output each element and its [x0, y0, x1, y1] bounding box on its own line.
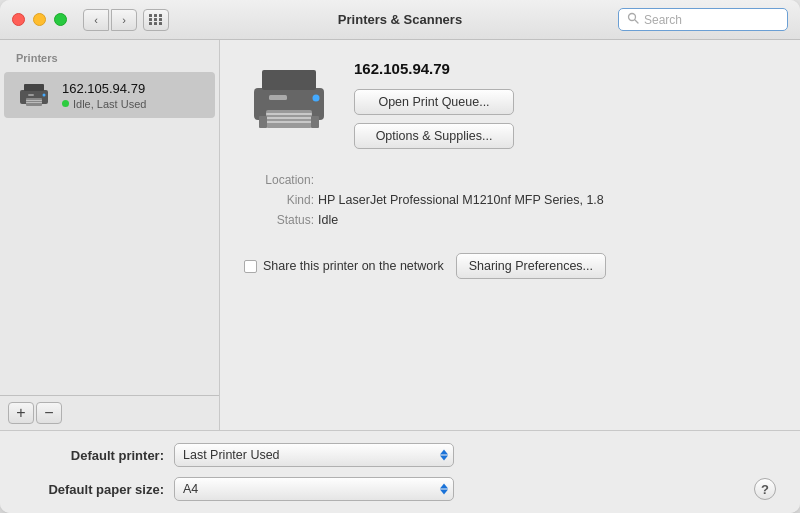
location-label: Location:	[244, 173, 314, 187]
svg-rect-14	[266, 113, 312, 115]
status-row: Status: Idle	[244, 213, 776, 227]
kind-label: Kind:	[244, 193, 314, 207]
printer-status: Idle, Last Used	[62, 98, 146, 110]
grid-view-button[interactable]	[143, 9, 169, 31]
svg-rect-8	[26, 102, 42, 103]
minimize-button[interactable]	[33, 13, 46, 26]
svg-rect-17	[259, 116, 267, 128]
default-printer-select[interactable]: Last Printer Used162.105.94.79	[174, 443, 454, 467]
grid-icon	[149, 14, 163, 25]
add-printer-button[interactable]: +	[8, 402, 34, 424]
options-supplies-button[interactable]: Options & Supplies...	[354, 123, 514, 149]
status-label: Status:	[244, 213, 314, 227]
default-paper-row: Default paper size: A4LetterLegalA3 ?	[24, 477, 776, 501]
sidebar-printer-item[interactable]: 162.105.94.79 Idle, Last Used	[4, 72, 215, 118]
svg-point-6	[43, 94, 46, 97]
default-paper-label: Default paper size:	[24, 482, 164, 497]
printer-icon-main	[244, 60, 334, 135]
printer-header: 162.105.94.79 Open Print Queue... Option…	[244, 60, 776, 149]
default-printer-select-wrapper: Last Printer Used162.105.94.79	[174, 443, 454, 467]
bottom-section: Default printer: Last Printer Used162.10…	[0, 430, 800, 513]
svg-rect-5	[28, 94, 34, 96]
svg-point-13	[313, 95, 320, 102]
sidebar: Printers 162.105.94.79 Idle, Last Used	[0, 40, 220, 430]
svg-rect-16	[266, 121, 312, 123]
printer-info-section: Location: Kind: HP LaserJet Professional…	[244, 173, 776, 227]
main-panel: 162.105.94.79 Open Print Queue... Option…	[220, 40, 800, 430]
help-button[interactable]: ?	[754, 478, 776, 500]
default-printer-label: Default printer:	[24, 448, 164, 463]
remove-printer-button[interactable]: −	[36, 402, 62, 424]
window-title: Printers & Scanners	[338, 12, 462, 27]
svg-rect-7	[26, 100, 42, 101]
kind-value: HP LaserJet Professional M1210nf MFP Ser…	[318, 193, 604, 207]
search-box[interactable]	[618, 8, 788, 31]
status-dot	[62, 100, 69, 107]
window-controls	[12, 13, 67, 26]
location-row: Location:	[244, 173, 776, 187]
close-button[interactable]	[12, 13, 25, 26]
printer-name: 162.105.94.79	[62, 81, 146, 96]
share-section: Share this printer on the network Sharin…	[244, 253, 776, 279]
sharing-preferences-button[interactable]: Sharing Preferences...	[456, 253, 606, 279]
svg-rect-3	[24, 84, 44, 91]
printer-details: 162.105.94.79 Open Print Queue... Option…	[354, 60, 514, 149]
status-value: Idle	[318, 213, 338, 227]
search-icon	[627, 12, 639, 27]
open-print-queue-button[interactable]: Open Print Queue...	[354, 89, 514, 115]
sidebar-section-title: Printers	[0, 52, 219, 72]
svg-rect-15	[266, 117, 312, 119]
printer-icon-small	[16, 80, 52, 110]
search-input[interactable]	[644, 13, 779, 27]
content-area: Printers 162.105.94.79 Idle, Last Used	[0, 40, 800, 430]
title-bar: ‹ › Printers & Scanners	[0, 0, 800, 40]
main-window: ‹ › Printers & Scanners Printers	[0, 0, 800, 513]
sidebar-bottom-controls: + −	[0, 395, 219, 430]
default-printer-row: Default printer: Last Printer Used162.10…	[24, 443, 776, 467]
share-checkbox-label: Share this printer on the network	[263, 259, 444, 273]
share-checkbox-area[interactable]: Share this printer on the network	[244, 259, 444, 273]
default-paper-select[interactable]: A4LetterLegalA3	[174, 477, 454, 501]
svg-point-0	[629, 14, 636, 21]
nav-buttons: ‹ ›	[83, 9, 137, 31]
svg-line-1	[635, 20, 638, 23]
printer-detail-name: 162.105.94.79	[354, 60, 514, 77]
svg-rect-18	[311, 116, 319, 128]
forward-button[interactable]: ›	[111, 9, 137, 31]
svg-rect-10	[262, 70, 316, 90]
svg-rect-12	[269, 95, 287, 100]
printer-info: 162.105.94.79 Idle, Last Used	[62, 81, 146, 110]
default-paper-select-wrapper: A4LetterLegalA3	[174, 477, 454, 501]
share-checkbox[interactable]	[244, 260, 257, 273]
kind-row: Kind: HP LaserJet Professional M1210nf M…	[244, 193, 776, 207]
maximize-button[interactable]	[54, 13, 67, 26]
back-button[interactable]: ‹	[83, 9, 109, 31]
